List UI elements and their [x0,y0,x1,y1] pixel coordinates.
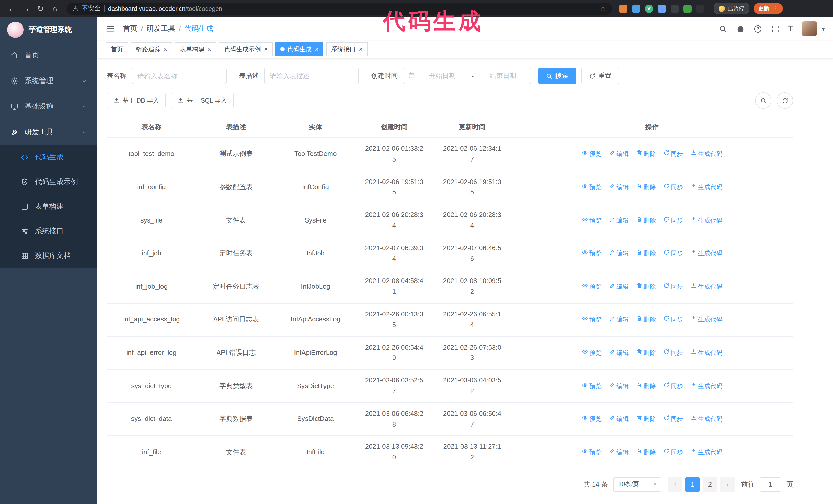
preview-link[interactable]: 预览 [581,348,601,358]
preview-link[interactable]: 预览 [581,414,601,424]
date-range-picker[interactable]: 开始日期 - 结束日期 [403,68,531,84]
hamburger-icon[interactable] [105,24,115,33]
sidebar-item-0[interactable]: 首页 [0,43,97,68]
edit-link[interactable]: 编辑 [609,183,629,192]
delete-link[interactable]: 删除 [636,183,656,192]
page-size-select[interactable]: 10条/页 ▾ [613,477,661,492]
next-page-button[interactable]: › [720,477,735,492]
preview-link[interactable]: 预览 [581,149,601,159]
forward-icon[interactable]: → [20,2,33,15]
tab-3[interactable]: 代码生成示例× [219,42,273,56]
sidebar-subitem-2[interactable]: 表单构建 [0,194,97,219]
tab-5[interactable]: 系统接口× [326,42,367,56]
back-icon[interactable]: ← [5,2,19,15]
extension-icon-extension-people[interactable] [658,4,666,13]
sidebar-item-1[interactable]: 系统管理 [0,68,97,94]
font-size-icon[interactable]: T [788,24,793,33]
delete-link[interactable]: 删除 [636,149,656,159]
generate-code-link[interactable]: 生成代码 [690,183,722,192]
sync-link[interactable]: 同步 [663,183,683,192]
prev-page-button[interactable]: ‹ [668,477,682,492]
sync-link[interactable]: 同步 [663,381,683,391]
logo[interactable]: 芋道管理系统 [0,17,97,43]
preview-link[interactable]: 预览 [581,216,601,225]
delete-link[interactable]: 删除 [636,348,656,358]
delete-link[interactable]: 删除 [636,249,656,258]
sync-link[interactable]: 同步 [663,282,683,292]
generate-code-link[interactable]: 生成代码 [690,216,722,225]
extension-icon-extension-dark[interactable] [670,4,679,13]
close-icon[interactable]: × [208,46,211,53]
preview-link[interactable]: 预览 [581,183,601,192]
delete-link[interactable]: 删除 [636,282,656,292]
table-name-input[interactable] [132,68,227,84]
update-button[interactable]: 更新 ⋮ [754,3,783,14]
extension-icon-extension-vue-devtools[interactable]: V [645,4,653,13]
extension-icon-extension-blue[interactable] [632,4,640,13]
sync-link[interactable]: 同步 [663,315,683,325]
fullscreen-icon[interactable] [771,24,780,33]
edit-link[interactable]: 编辑 [609,216,629,225]
generate-code-link[interactable]: 生成代码 [690,315,722,325]
import-db-button[interactable]: 基于 DB 导入 [106,93,166,108]
search-button[interactable]: 搜索 [538,68,576,84]
profile-paused-badge[interactable]: 已暂停 [714,3,749,14]
delete-link[interactable]: 删除 [636,315,656,325]
page-button-2[interactable]: 2 [703,477,717,492]
breadcrumb-item-0[interactable]: 首页 [123,24,137,33]
menu-kebab-icon[interactable]: ⋮ [772,5,778,12]
home-icon[interactable]: ⌂ [48,2,62,15]
generate-code-link[interactable]: 生成代码 [690,447,722,457]
preview-link[interactable]: 预览 [581,282,601,292]
preview-link[interactable]: 预览 [581,447,601,457]
close-icon[interactable]: × [164,46,167,53]
sidebar-subitem-0[interactable]: 代码生成 [0,145,97,170]
import-sql-button[interactable]: 基于 SQL 导入 [171,93,234,108]
delete-link[interactable]: 删除 [636,381,656,391]
sidebar-item-2[interactable]: 基础设施 [0,94,97,119]
search-icon[interactable] [718,24,727,33]
delete-link[interactable]: 删除 [636,414,656,424]
sidebar-subitem-1[interactable]: 代码生成示例 [0,170,97,194]
goto-page-input[interactable] [760,477,781,492]
page-button-1[interactable]: 1 [685,477,700,492]
edit-link[interactable]: 编辑 [609,414,629,424]
table-desc-input[interactable] [264,68,359,84]
edit-link[interactable]: 编辑 [609,447,629,457]
edit-link[interactable]: 编辑 [609,282,629,292]
edit-link[interactable]: 编辑 [609,381,629,391]
tab-4[interactable]: 代码生成× [275,42,324,56]
sidebar-item-3[interactable]: 研发工具 [0,119,97,145]
preview-link[interactable]: 预览 [581,315,601,325]
generate-code-link[interactable]: 生成代码 [690,348,722,358]
close-icon[interactable]: × [264,46,268,53]
user-avatar[interactable] [802,21,817,37]
edit-link[interactable]: 编辑 [609,249,629,258]
sync-link[interactable]: 同步 [663,149,683,159]
edit-link[interactable]: 编辑 [609,348,629,358]
extension-icon-extension-puzzle[interactable] [696,4,704,13]
breadcrumb-item-1[interactable]: 研发工具 [147,24,175,33]
help-icon[interactable] [753,24,762,33]
generate-code-link[interactable]: 生成代码 [690,414,722,424]
delete-link[interactable]: 删除 [636,447,656,457]
tab-1[interactable]: 链路追踪× [131,42,172,56]
generate-code-link[interactable]: 生成代码 [690,149,722,159]
bookmark-star-icon[interactable]: ☆ [600,5,606,12]
tab-0[interactable]: 首页 [105,42,128,56]
delete-link[interactable]: 删除 [636,216,656,225]
edit-link[interactable]: 编辑 [609,149,629,159]
generate-code-link[interactable]: 生成代码 [690,381,722,391]
sync-link[interactable]: 同步 [663,348,683,358]
refresh-icon[interactable] [777,92,793,109]
preview-link[interactable]: 预览 [581,249,601,258]
preview-link[interactable]: 预览 [581,381,601,391]
toggle-search-icon[interactable] [755,92,771,109]
user-caret-icon[interactable]: ▾ [822,25,825,32]
sync-link[interactable]: 同步 [663,249,683,258]
reload-icon[interactable]: ↻ [34,2,47,15]
reset-button[interactable]: 重置 [581,68,619,84]
extension-icon-extension-green[interactable] [683,4,691,13]
github-icon[interactable] [736,24,744,33]
close-icon[interactable]: × [315,46,318,53]
